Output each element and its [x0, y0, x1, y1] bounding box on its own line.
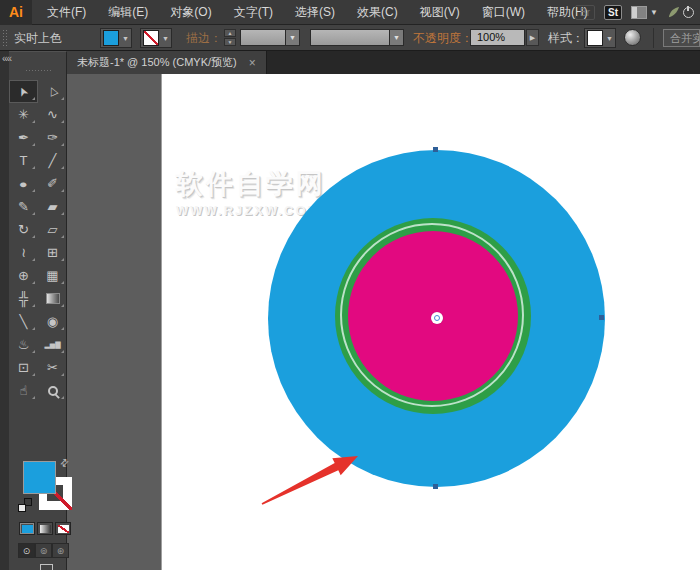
tool-column-graph[interactable]: ▂▅▇ — [38, 333, 67, 356]
variable-width-profile-combo[interactable]: ▼ — [310, 29, 404, 46]
color-button[interactable] — [19, 522, 35, 535]
menu-window[interactable]: 窗口(W) — [471, 0, 536, 25]
tool-artboard[interactable]: ⊡ — [9, 356, 38, 379]
tool-zoom[interactable] — [38, 379, 67, 402]
menu-file[interactable]: 文件(F) — [36, 0, 97, 25]
type-icon: T — [20, 153, 28, 168]
blend-icon: ◉ — [47, 314, 58, 329]
close-icon[interactable]: × — [249, 57, 256, 69]
tool-width[interactable]: ≀ — [9, 241, 38, 264]
stock-button[interactable]: St — [604, 5, 622, 20]
workspace-layout-icon — [631, 6, 647, 19]
scale-icon: ▱ — [48, 222, 58, 237]
tool-blob-brush[interactable]: ✑ — [38, 126, 67, 149]
chevron-down-icon: ▼ — [389, 30, 403, 45]
stroke-weight-combo[interactable]: ▼ — [240, 29, 300, 46]
divider — [653, 28, 654, 48]
tools-grid: ➤▷✳∿✒✑T╱●✐✎▰↻▱≀⊞⊕▦╬╲◉♨▂▅▇⊡✂☝ — [9, 80, 67, 402]
tool-hand[interactable]: ☝ — [9, 379, 38, 402]
menu-type[interactable]: 文字(T) — [223, 0, 284, 25]
document-tab-label: 未标题-1* @ 150% (CMYK/预览) — [77, 55, 237, 70]
fill-proxy-swatch[interactable] — [23, 461, 56, 494]
perspective-grid-icon: ▦ — [46, 268, 58, 283]
watermark-title: 软件自学网 — [176, 166, 326, 202]
tool-perspective-grid[interactable]: ▦ — [38, 264, 67, 287]
column-graph-icon: ▂▅▇ — [44, 341, 60, 349]
draw-normal-button[interactable]: ⊙ — [18, 543, 35, 558]
stroke-color-button[interactable]: ▼ — [140, 28, 172, 48]
stroke-label: 描边： — [186, 25, 222, 51]
collapse-panel-icon[interactable]: «« — [2, 53, 11, 64]
leaf-icon — [667, 6, 680, 19]
panel-grip-icon[interactable] — [2, 29, 7, 47]
menu-edit[interactable]: 编辑(E) — [97, 0, 159, 25]
merge-live-paint-button[interactable]: 合并实时上色 — [663, 29, 700, 47]
document-tab[interactable]: 未标题-1* @ 150% (CMYK/预览) × — [67, 51, 267, 74]
default-fill-stroke-icon[interactable] — [18, 498, 32, 512]
watermark: 软件自学网 WWW.RJZXW.COM — [176, 166, 326, 218]
workspace-switcher-button[interactable]: ▼ — [631, 6, 658, 19]
cs-live-button[interactable] — [667, 6, 694, 19]
screen-mode-button[interactable] — [33, 564, 53, 570]
tool-rotate[interactable]: ↻ — [9, 218, 38, 241]
illustrator-window: Ai 文件(F)编辑(E)对象(O)文字(T)选择(S)效果(C)视图(V)窗口… — [0, 0, 700, 570]
tool-magic-wand[interactable]: ✳ — [9, 103, 38, 126]
draw-behind-button[interactable]: ⊚ — [35, 543, 52, 558]
anchor-point-bottom[interactable] — [433, 484, 438, 489]
opacity-slider-button[interactable]: ▶ — [526, 29, 539, 46]
stroke-weight-stepper[interactable]: ▲ ▼ — [224, 29, 236, 46]
graphic-style-button[interactable]: ▼ — [584, 28, 616, 48]
chevron-down-icon: ▼ — [162, 35, 169, 42]
tool-blend[interactable]: ◉ — [38, 310, 67, 333]
chevron-down-icon: ▼ — [122, 35, 129, 42]
tool-direct-selection[interactable]: ▷ — [38, 80, 67, 103]
tool-slice[interactable]: ✂ — [38, 356, 67, 379]
tool-pen[interactable]: ✒ — [9, 126, 38, 149]
line-segment-icon: ╱ — [49, 153, 57, 168]
tool-symbol-sprayer[interactable]: ♨ — [9, 333, 38, 356]
center-point-widget[interactable] — [431, 312, 443, 324]
tools-panel: ➤▷✳∿✒✑T╱●✐✎▰↻▱≀⊞⊕▦╬╲◉♨▂▅▇⊡✂☝ ⇄ ⊙ ⊚ ⊛ — [9, 51, 67, 570]
tool-free-transform[interactable]: ⊞ — [38, 241, 67, 264]
menu-object[interactable]: 对象(O) — [159, 0, 222, 25]
tool-shape-builder[interactable]: ⊕ — [9, 264, 38, 287]
tool-type[interactable]: T — [9, 149, 38, 172]
fill-color-button[interactable]: ▼ — [100, 28, 132, 48]
fill-color-swatch — [103, 30, 119, 46]
tool-gradient[interactable] — [38, 287, 67, 310]
tool-ellipse[interactable]: ● — [9, 172, 38, 195]
panel-drag-handle[interactable] — [25, 69, 51, 72]
tool-line-segment[interactable]: ╱ — [38, 149, 67, 172]
default-fill-square — [18, 504, 26, 512]
mesh-icon: ╬ — [19, 291, 28, 306]
bridge-button[interactable]: Br — [575, 5, 595, 20]
document-tab-bar: 未标题-1* @ 150% (CMYK/预览) × — [67, 51, 700, 74]
style-label: 样式： — [548, 25, 584, 51]
tool-paintbrush[interactable]: ✐ — [38, 172, 67, 195]
opacity-input[interactable]: 100% — [470, 29, 525, 46]
tool-mesh[interactable]: ╬ — [9, 287, 38, 310]
lasso-icon: ∿ — [47, 107, 58, 122]
stepper-down-icon: ▼ — [224, 38, 236, 46]
gradient-button[interactable] — [37, 522, 53, 535]
stepper-up-icon: ▲ — [224, 29, 236, 37]
recolor-artwork-icon[interactable] — [624, 29, 641, 46]
menu-select[interactable]: 选择(S) — [284, 0, 346, 25]
tool-eyedropper[interactable]: ╲ — [9, 310, 38, 333]
none-button[interactable] — [55, 522, 71, 535]
pen-icon: ✒ — [18, 130, 29, 145]
color-fill-chip — [22, 525, 33, 533]
draw-inside-button[interactable]: ⊛ — [52, 543, 69, 558]
tool-pencil[interactable]: ✎ — [9, 195, 38, 218]
tool-selection[interactable]: ➤ — [9, 80, 38, 103]
tool-lasso[interactable]: ∿ — [38, 103, 67, 126]
anchor-point-right[interactable] — [599, 315, 604, 320]
tool-scale[interactable]: ▱ — [38, 218, 67, 241]
live-paint-mode-label: 实时上色 — [14, 25, 62, 51]
menu-view[interactable]: 视图(V) — [409, 0, 471, 25]
anchor-point-top[interactable] — [433, 147, 438, 152]
gradient-icon — [46, 293, 60, 304]
paintbrush-icon: ✐ — [47, 176, 58, 191]
menu-effect[interactable]: 效果(C) — [346, 0, 409, 25]
tool-eraser[interactable]: ▰ — [38, 195, 67, 218]
